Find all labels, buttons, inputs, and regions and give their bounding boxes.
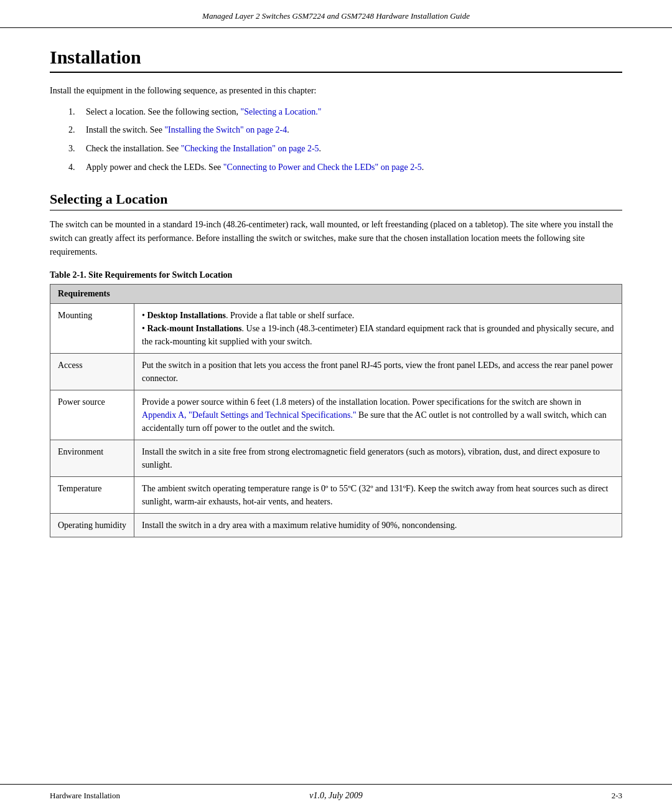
page-footer: Hardware Installation v1.0, July 2009 2-…: [0, 784, 672, 807]
list-item: 4. Apply power and check the LEDs. See "…: [68, 161, 622, 174]
footer-right: 2-3: [612, 791, 622, 801]
step-number: 1.: [68, 105, 86, 119]
row-content: The ambient switch operating temperature…: [134, 476, 622, 513]
table-row: Power source Provide a power source with…: [50, 390, 622, 440]
row-label: Access: [50, 353, 134, 390]
step-number: 2.: [68, 123, 86, 137]
table-row: Mounting • Desktop Installations. Provid…: [50, 303, 622, 353]
table-row: Environment Install the switch in a site…: [50, 440, 622, 476]
step-text: Check the installation. See "Checking th…: [86, 142, 321, 156]
row-label: Temperature: [50, 476, 134, 513]
step-text: Select a location. See the following sec…: [86, 105, 321, 119]
list-item: 2. Install the switch. See "Installing t…: [68, 123, 622, 137]
row-content: Install the switch in a dry area with a …: [134, 513, 622, 537]
step-list: 1. Select a location. See the following …: [68, 105, 622, 174]
requirements-table: Requirements Mounting • Desktop Installa…: [50, 284, 622, 537]
table-row: Operating humidity Install the switch in…: [50, 513, 622, 537]
table-header: Requirements: [50, 284, 622, 303]
footer-left: Hardware Installation: [50, 791, 120, 801]
step-number: 4.: [68, 161, 86, 174]
footer-center: v1.0, July 2009: [309, 791, 363, 801]
row-label: Operating humidity: [50, 513, 134, 537]
step3-link[interactable]: "Checking the Installation" on page 2-5: [181, 144, 319, 153]
step-text: Install the switch. See "Installing the …: [86, 123, 289, 137]
page-header: Managed Layer 2 Switches GSM7224 and GSM…: [0, 0, 672, 28]
intro-text: Install the equipment in the following s…: [50, 84, 622, 98]
section-body: The switch can be mounted in a standard …: [50, 218, 622, 258]
step2-link[interactable]: "Installing the Switch" on page 2-4: [164, 125, 287, 134]
step1-link[interactable]: "Selecting a Location.": [240, 107, 321, 116]
table-caption: Table 2-1. Site Requirements for Switch …: [50, 270, 622, 280]
list-item: 1. Select a location. See the following …: [68, 105, 622, 119]
row-content: Install the switch in a site free from s…: [134, 440, 622, 476]
step-text: Apply power and check the LEDs. See "Con…: [86, 161, 424, 174]
row-label: Mounting: [50, 303, 134, 353]
table-row: Access Put the switch in a position that…: [50, 353, 622, 390]
section-title: Selecting a Location: [50, 191, 622, 210]
main-content: Installation Install the equipment in th…: [0, 28, 672, 784]
row-label: Environment: [50, 440, 134, 476]
chapter-title: Installation: [50, 47, 622, 73]
row-label: Power source: [50, 390, 134, 440]
table-row: Temperature The ambient switch operating…: [50, 476, 622, 513]
row-content: • Desktop Installations. Provide a flat …: [134, 303, 622, 353]
header-text: Managed Layer 2 Switches GSM7224 and GSM…: [202, 11, 470, 21]
page: Managed Layer 2 Switches GSM7224 and GSM…: [0, 0, 672, 807]
list-item: 3. Check the installation. See "Checking…: [68, 142, 622, 156]
row-content: Put the switch in a position that lets y…: [134, 353, 622, 390]
row-content: Provide a power source within 6 feet (1.…: [134, 390, 622, 440]
appendix-link[interactable]: Appendix A, "Default Settings and Techni…: [142, 410, 357, 420]
step-number: 3.: [68, 142, 86, 156]
step4-link[interactable]: "Connecting to Power and Check the LEDs"…: [223, 163, 422, 172]
